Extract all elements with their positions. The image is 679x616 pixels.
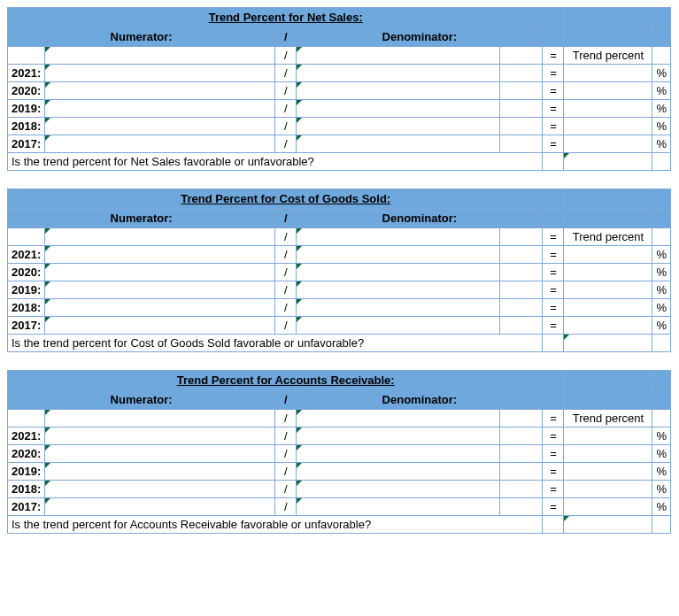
slash-header: / xyxy=(275,27,297,47)
den-spacer xyxy=(500,264,543,281)
trend-percent-label: Trend percent xyxy=(564,47,652,65)
numerator-input[interactable] xyxy=(45,264,275,281)
header-spacer-2 xyxy=(564,209,652,228)
pct-blank xyxy=(652,228,671,246)
year-blank xyxy=(8,410,45,427)
section-title: Trend Percent for Net Sales: xyxy=(8,8,564,27)
denominator-input[interactable] xyxy=(297,47,500,65)
equals-icon: = xyxy=(543,481,564,498)
header-spacer-2 xyxy=(564,390,652,410)
denominator-input[interactable] xyxy=(297,445,500,463)
equals-icon: = xyxy=(543,65,564,82)
equals-icon: = xyxy=(543,498,564,516)
result-input[interactable] xyxy=(564,65,652,82)
trend-table-0: Trend Percent for Net Sales:Numerator:/D… xyxy=(7,7,671,171)
denominator-header: Denominator: xyxy=(297,390,543,410)
title-spacer-2 xyxy=(652,371,671,390)
numerator-input[interactable] xyxy=(45,299,275,317)
numerator-input[interactable] xyxy=(45,135,275,153)
year-label: 2019: xyxy=(8,281,45,299)
year-blank xyxy=(8,47,45,65)
denominator-input[interactable] xyxy=(297,264,500,281)
denominator-input[interactable] xyxy=(297,65,500,82)
denominator-input[interactable] xyxy=(297,317,500,335)
result-input[interactable] xyxy=(564,299,652,317)
numerator-input[interactable] xyxy=(45,317,275,335)
answer-input[interactable] xyxy=(564,335,652,352)
header-spacer-3 xyxy=(652,27,671,47)
trend-table-1: Trend Percent for Cost of Goods Sold:Num… xyxy=(7,189,671,352)
numerator-input[interactable] xyxy=(45,65,275,82)
result-input[interactable] xyxy=(564,135,652,153)
result-input[interactable] xyxy=(564,427,652,445)
question-spacer xyxy=(543,153,564,171)
numerator-input[interactable] xyxy=(45,228,275,246)
numerator-input[interactable] xyxy=(45,498,275,516)
result-input[interactable] xyxy=(564,264,652,281)
result-input[interactable] xyxy=(564,118,652,135)
year-label: 2017: xyxy=(8,317,45,335)
denominator-input[interactable] xyxy=(297,118,500,135)
denominator-input[interactable] xyxy=(297,463,500,481)
result-input[interactable] xyxy=(564,281,652,299)
numerator-input[interactable] xyxy=(45,445,275,463)
numerator-input[interactable] xyxy=(45,463,275,481)
answer-input[interactable] xyxy=(564,516,652,534)
denominator-input[interactable] xyxy=(297,498,500,516)
year-label: 2017: xyxy=(8,498,45,516)
equals-icon: = xyxy=(543,47,564,65)
percent-icon: % xyxy=(652,498,671,516)
result-input[interactable] xyxy=(564,82,652,100)
result-input[interactable] xyxy=(564,463,652,481)
equals-icon: = xyxy=(543,317,564,335)
header-spacer-2 xyxy=(564,27,652,47)
denominator-input[interactable] xyxy=(297,135,500,153)
denominator-input[interactable] xyxy=(297,82,500,100)
header-spacer xyxy=(543,209,564,228)
denominator-input[interactable] xyxy=(297,299,500,317)
den-spacer xyxy=(500,65,543,82)
percent-icon: % xyxy=(652,82,671,100)
numerator-input[interactable] xyxy=(45,47,275,65)
result-input[interactable] xyxy=(564,481,652,498)
den-spacer xyxy=(500,481,543,498)
slash-icon: / xyxy=(275,65,297,82)
numerator-input[interactable] xyxy=(45,427,275,445)
numerator-input[interactable] xyxy=(45,481,275,498)
question-label: Is the trend percent for Cost of Goods S… xyxy=(8,335,543,352)
answer-input[interactable] xyxy=(564,153,652,171)
denominator-input[interactable] xyxy=(297,246,500,264)
slash-icon: / xyxy=(275,481,297,498)
den-spacer xyxy=(500,135,543,153)
percent-icon: % xyxy=(652,246,671,264)
denominator-input[interactable] xyxy=(297,427,500,445)
slash-icon: / xyxy=(275,118,297,135)
den-spacer xyxy=(500,246,543,264)
numerator-input[interactable] xyxy=(45,246,275,264)
denominator-input[interactable] xyxy=(297,100,500,118)
year-label: 2018: xyxy=(8,481,45,498)
answer-spacer xyxy=(652,516,671,534)
numerator-input[interactable] xyxy=(45,410,275,427)
year-label: 2021: xyxy=(8,246,45,264)
equals-icon: = xyxy=(543,246,564,264)
result-input[interactable] xyxy=(564,498,652,516)
result-input[interactable] xyxy=(564,100,652,118)
den-spacer xyxy=(500,118,543,135)
denominator-input[interactable] xyxy=(297,228,500,246)
denominator-input[interactable] xyxy=(297,410,500,427)
result-input[interactable] xyxy=(564,317,652,335)
percent-icon: % xyxy=(652,299,671,317)
slash-icon: / xyxy=(275,317,297,335)
slash-icon: / xyxy=(275,100,297,118)
question-spacer xyxy=(543,335,564,352)
numerator-input[interactable] xyxy=(45,118,275,135)
numerator-input[interactable] xyxy=(45,82,275,100)
answer-spacer xyxy=(652,153,671,171)
denominator-input[interactable] xyxy=(297,281,500,299)
numerator-input[interactable] xyxy=(45,100,275,118)
result-input[interactable] xyxy=(564,246,652,264)
numerator-input[interactable] xyxy=(45,281,275,299)
result-input[interactable] xyxy=(564,445,652,463)
denominator-input[interactable] xyxy=(297,481,500,498)
